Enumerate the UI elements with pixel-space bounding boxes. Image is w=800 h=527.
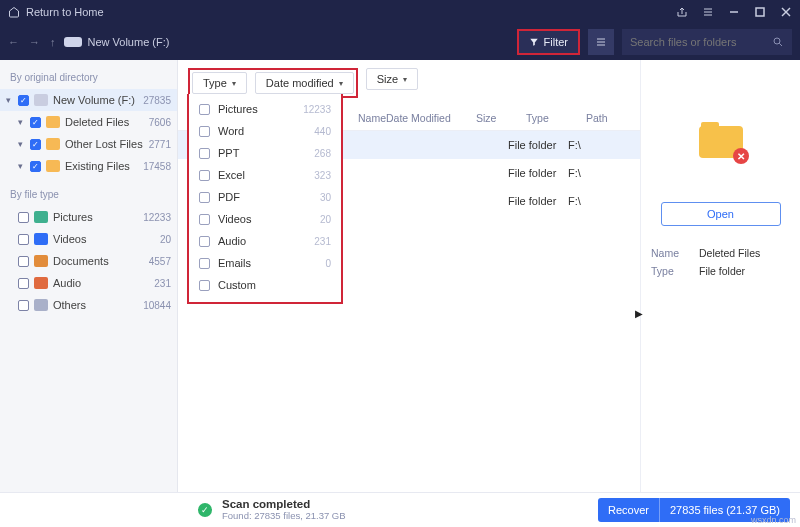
- checkbox[interactable]: [18, 234, 29, 245]
- folder-icon: [46, 116, 60, 128]
- view-toggle[interactable]: [588, 29, 614, 55]
- dropdown-item[interactable]: Videos 20: [189, 208, 341, 230]
- tree-item[interactable]: ▾ ✓ Existing Files 17458: [0, 155, 177, 177]
- search-box[interactable]: [622, 29, 792, 55]
- open-button[interactable]: Open: [661, 202, 781, 226]
- minimize-button[interactable]: [728, 6, 740, 18]
- checkbox[interactable]: [199, 104, 210, 115]
- dropdown-count: 20: [320, 214, 331, 225]
- col-type[interactable]: Type: [526, 112, 586, 124]
- nav-back[interactable]: ←: [8, 36, 19, 48]
- chevron-icon: ▾: [6, 95, 13, 105]
- filetype-label: Pictures: [53, 211, 93, 223]
- meta-type-val: File folder: [699, 265, 745, 277]
- sidebar-group-directory: By original directory: [0, 68, 177, 89]
- filetype-icon: [34, 255, 48, 267]
- volume-chip[interactable]: New Volume (F:): [64, 36, 170, 48]
- recover-label[interactable]: Recover: [598, 498, 659, 522]
- folder-icon: [46, 138, 60, 150]
- svg-point-10: [774, 38, 780, 44]
- filetype-label: Audio: [53, 277, 81, 289]
- filter-type-button[interactable]: Type▾: [192, 72, 247, 94]
- filter-label: Filter: [544, 36, 568, 48]
- filetype-item[interactable]: Videos 20: [0, 228, 177, 250]
- check-icon: ✓: [198, 503, 212, 517]
- filetype-item[interactable]: Documents 4557: [0, 250, 177, 272]
- home-icon[interactable]: [8, 6, 20, 18]
- checkbox[interactable]: [18, 212, 29, 223]
- tree-label: Other Lost Files: [65, 138, 143, 150]
- sidebar: By original directory ▾ ✓ New Volume (F:…: [0, 60, 178, 492]
- row-type: File folder: [508, 167, 568, 179]
- tree-count: 7606: [149, 117, 171, 128]
- checkbox[interactable]: ✓: [18, 95, 29, 106]
- checkbox[interactable]: [18, 278, 29, 289]
- dropdown-label: Word: [218, 125, 244, 137]
- row-path: F:\: [568, 167, 630, 179]
- dropdown-item[interactable]: PDF 30: [189, 186, 341, 208]
- row-path: F:\: [568, 139, 630, 151]
- volume-label: New Volume (F:): [88, 36, 170, 48]
- preview-pane: ▶ ✕ Open NameDeleted Files TypeFile fold…: [640, 60, 800, 492]
- maximize-button[interactable]: [754, 6, 766, 18]
- nav-up[interactable]: ↑: [50, 36, 56, 48]
- checkbox[interactable]: [199, 126, 210, 137]
- filter-button[interactable]: Filter: [517, 29, 580, 55]
- filetype-item[interactable]: Others 10844: [0, 294, 177, 316]
- tree-item[interactable]: ▾ ✓ Other Lost Files 2771: [0, 133, 177, 155]
- dropdown-item[interactable]: Emails 0: [189, 252, 341, 274]
- checkbox[interactable]: [199, 258, 210, 269]
- filter-date-button[interactable]: Date modified▾: [255, 72, 354, 94]
- col-path[interactable]: Path: [586, 112, 630, 124]
- col-size[interactable]: Size: [476, 112, 526, 124]
- return-home-link[interactable]: Return to Home: [26, 6, 104, 18]
- meta-name-val: Deleted Files: [699, 247, 760, 259]
- checkbox[interactable]: [18, 300, 29, 311]
- close-button[interactable]: [780, 6, 792, 18]
- dropdown-item[interactable]: Pictures 12233: [189, 98, 341, 120]
- dropdown-item[interactable]: Custom: [189, 274, 341, 296]
- dropdown-count: 231: [314, 236, 331, 247]
- preview-folder-icon: ✕: [699, 122, 743, 158]
- chevron-icon: ▾: [18, 139, 25, 149]
- toolbar: ← → ↑ New Volume (F:) Filter: [0, 24, 800, 60]
- dropdown-item[interactable]: Excel 323: [189, 164, 341, 186]
- checkbox[interactable]: [199, 192, 210, 203]
- checkbox[interactable]: [199, 214, 210, 225]
- filetype-item[interactable]: Audio 231: [0, 272, 177, 294]
- share-icon[interactable]: [676, 6, 688, 18]
- dropdown-item[interactable]: Audio 231: [189, 230, 341, 252]
- titlebar: Return to Home: [0, 0, 800, 24]
- dropdown-item[interactable]: PPT 268: [189, 142, 341, 164]
- filetype-icon: [34, 211, 48, 223]
- dropdown-label: Videos: [218, 213, 251, 225]
- checkbox[interactable]: [199, 280, 210, 291]
- filetype-count: 10844: [143, 300, 171, 311]
- dropdown-count: 268: [314, 148, 331, 159]
- filetype-count: 4557: [149, 256, 171, 267]
- checkbox[interactable]: ✓: [30, 117, 41, 128]
- dropdown-item[interactable]: Word 440: [189, 120, 341, 142]
- folder-icon: [46, 160, 60, 172]
- tree-item[interactable]: ▾ ✓ Deleted Files 7606: [0, 111, 177, 133]
- checkbox[interactable]: [199, 148, 210, 159]
- dropdown-label: Pictures: [218, 103, 258, 115]
- checkbox[interactable]: ✓: [30, 161, 41, 172]
- search-input[interactable]: [630, 36, 772, 48]
- checkbox[interactable]: ✓: [30, 139, 41, 150]
- collapse-caret-icon[interactable]: ▶: [635, 308, 643, 319]
- chevron-down-icon: ▾: [339, 79, 343, 88]
- tree-item[interactable]: ▾ ✓ New Volume (F:) 27835: [0, 89, 177, 111]
- checkbox[interactable]: [18, 256, 29, 267]
- menu-icon[interactable]: [702, 6, 714, 18]
- dropdown-label: PDF: [218, 191, 240, 203]
- svg-line-11: [779, 43, 782, 46]
- checkbox[interactable]: [199, 170, 210, 181]
- checkbox[interactable]: [199, 236, 210, 247]
- tree-count: 27835: [143, 95, 171, 106]
- col-date[interactable]: Date Modified: [386, 112, 476, 124]
- filter-size-button[interactable]: Size▾: [366, 68, 418, 90]
- filetype-item[interactable]: Pictures 12233: [0, 206, 177, 228]
- nav-forward[interactable]: →: [29, 36, 40, 48]
- chevron-icon: ▾: [18, 161, 25, 171]
